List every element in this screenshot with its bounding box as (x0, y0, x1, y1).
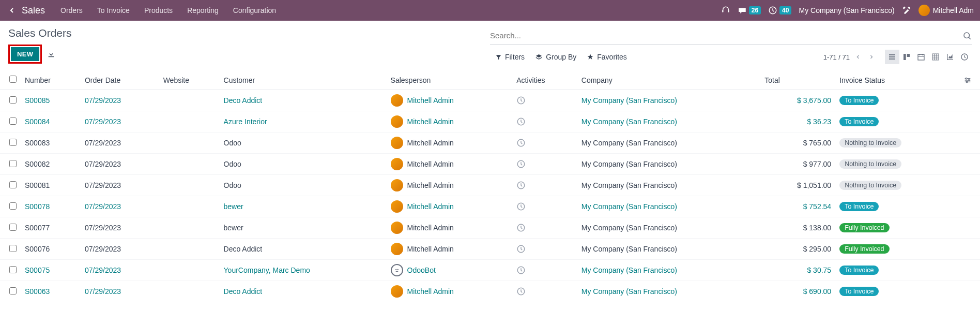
user-menu[interactable]: Mitchell Adm (918, 5, 974, 16)
table-row[interactable]: S0008107/29/2023OdooMitchell AdminMy Com… (0, 175, 980, 196)
pager-next[interactable] (866, 53, 877, 61)
cell-number[interactable]: S00075 (21, 260, 81, 281)
download-icon[interactable] (47, 50, 55, 58)
cell-date[interactable]: 07/29/2023 (81, 281, 159, 302)
cell-date[interactable]: 07/29/2023 (81, 196, 159, 217)
search-icon[interactable] (962, 31, 972, 40)
table-row[interactable]: S0006307/29/2023Deco AddictMitchell Admi… (0, 281, 980, 302)
cell-company[interactable]: My Company (San Francisco) (577, 196, 761, 217)
col-order-date[interactable]: Order Date (81, 70, 159, 90)
pager-text[interactable]: 1-71 / 71 (823, 53, 850, 61)
cell-activities[interactable] (512, 175, 577, 196)
col-number[interactable]: Number (21, 70, 81, 90)
row-checkbox[interactable] (9, 224, 17, 231)
table-row[interactable]: S0008307/29/2023OdooMitchell AdminMy Com… (0, 132, 980, 154)
row-checkbox[interactable] (9, 202, 17, 210)
tools-icon[interactable] (902, 6, 911, 15)
nav-menu-products[interactable]: Products (137, 0, 180, 21)
cell-customer[interactable]: Deco Addict (220, 281, 387, 302)
cell-date: 07/29/2023 (81, 239, 159, 260)
row-checkbox[interactable] (9, 139, 17, 146)
cell-number[interactable]: S00063 (21, 281, 81, 302)
cell-company[interactable]: My Company (San Francisco) (577, 281, 761, 302)
cell-number[interactable]: S00085 (21, 90, 81, 111)
activities-icon[interactable]: 40 (768, 6, 791, 15)
col-invoice-status[interactable]: Invoice Status (835, 70, 959, 90)
cell-date: 07/29/2023 (81, 154, 159, 175)
cell-activities[interactable] (512, 239, 577, 260)
cell-status: To Invoice (835, 260, 959, 281)
cell-number[interactable]: S00078 (21, 196, 81, 217)
nav-back-button[interactable] (6, 5, 18, 16)
view-graph-button[interactable] (943, 50, 957, 64)
cell-company[interactable]: My Company (San Francisco) (577, 111, 761, 132)
svg-rect-5 (889, 54, 895, 55)
company-switcher[interactable]: My Company (San Francisco) (799, 6, 894, 14)
svg-line-4 (969, 37, 971, 39)
cell-activities[interactable] (512, 111, 577, 132)
row-checkbox[interactable] (9, 287, 17, 294)
nav-menu-orders[interactable]: Orders (53, 0, 90, 21)
svg-rect-1 (728, 10, 729, 12)
row-checkbox[interactable] (9, 181, 17, 188)
cell-customer[interactable]: Deco Addict (220, 90, 387, 111)
view-kanban-button[interactable] (899, 50, 914, 64)
filters-button[interactable]: Filters (490, 51, 530, 63)
col-website[interactable]: Website (159, 70, 220, 90)
nav-menu-to-invoice[interactable]: To Invoice (90, 0, 137, 21)
view-activity-button[interactable] (957, 50, 972, 64)
table-row[interactable]: S0008407/29/2023Azure InteriorMitchell A… (0, 111, 980, 132)
select-all-checkbox[interactable] (9, 76, 17, 83)
favorites-button[interactable]: Favorites (581, 51, 632, 63)
row-checkbox[interactable] (9, 245, 17, 252)
salesperson-avatar-icon (391, 115, 403, 128)
table-row[interactable]: S0008507/29/2023Deco AddictMitchell Admi… (0, 90, 980, 111)
cell-website (159, 175, 220, 196)
cell-customer[interactable]: bewer (220, 196, 387, 217)
cell-customer[interactable]: Azure Interior (220, 111, 387, 132)
cell-company[interactable]: My Company (San Francisco) (577, 90, 761, 111)
cell-date[interactable]: 07/29/2023 (81, 90, 159, 111)
nav-menu-reporting[interactable]: Reporting (180, 0, 226, 21)
column-options-icon[interactable] (963, 76, 976, 84)
cell-date[interactable]: 07/29/2023 (81, 260, 159, 281)
col-total[interactable]: Total (760, 70, 835, 90)
pager-prev[interactable] (853, 53, 863, 61)
cell-date[interactable]: 07/29/2023 (81, 111, 159, 132)
table-row[interactable]: S0007707/29/2023bewerMitchell AdminMy Co… (0, 217, 980, 239)
app-name[interactable]: Sales (19, 5, 52, 16)
view-list-button[interactable] (885, 50, 899, 64)
cell-website (159, 217, 220, 239)
cell-activities[interactable] (512, 217, 577, 239)
row-checkbox[interactable] (9, 160, 17, 167)
table-row[interactable]: S0007607/29/2023Deco AddictMitchell Admi… (0, 239, 980, 260)
view-calendar-button[interactable] (914, 50, 928, 64)
col-customer[interactable]: Customer (220, 70, 387, 90)
cell-activities[interactable] (512, 154, 577, 175)
search-input[interactable] (490, 29, 962, 42)
svg-point-35 (397, 269, 398, 270)
cell-company[interactable]: My Company (San Francisco) (577, 260, 761, 281)
col-salesperson[interactable]: Salesperson (387, 70, 513, 90)
cell-activities[interactable] (512, 260, 577, 281)
new-button[interactable]: NEW (11, 47, 39, 61)
cell-number[interactable]: S00084 (21, 111, 81, 132)
nav-menu-configuration[interactable]: Configuration (226, 0, 283, 21)
table-row[interactable]: S0007507/29/2023YourCompany, Marc DemoOd… (0, 260, 980, 281)
phone-icon[interactable] (721, 6, 730, 15)
row-checkbox[interactable] (9, 96, 17, 104)
col-activities[interactable]: Activities (512, 70, 577, 90)
table-row[interactable]: S0008207/29/2023OdooMitchell AdminMy Com… (0, 154, 980, 175)
table-row[interactable]: S0007807/29/2023bewerMitchell AdminMy Co… (0, 196, 980, 217)
groupby-button[interactable]: Group By (530, 51, 581, 63)
cell-activities[interactable] (512, 132, 577, 154)
col-company[interactable]: Company (577, 70, 761, 90)
cell-customer[interactable]: YourCompany, Marc Demo (220, 260, 387, 281)
cell-activities[interactable] (512, 196, 577, 217)
cell-activities[interactable] (512, 90, 577, 111)
view-pivot-button[interactable] (928, 50, 943, 64)
cell-activities[interactable] (512, 281, 577, 302)
row-checkbox[interactable] (9, 117, 17, 125)
row-checkbox[interactable] (9, 266, 17, 273)
messages-icon[interactable]: 26 (738, 6, 761, 15)
